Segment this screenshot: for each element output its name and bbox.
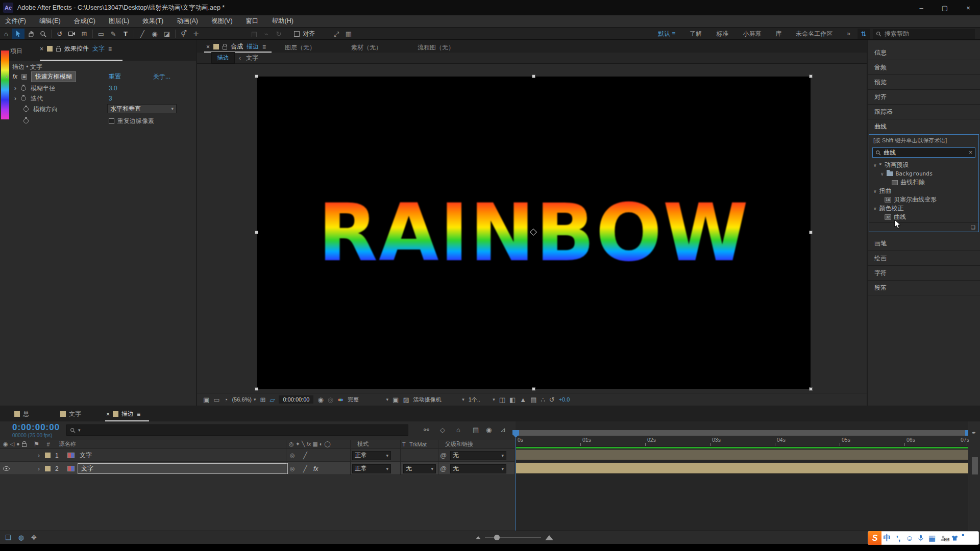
workspace-learn[interactable]: 了解 xyxy=(682,30,709,38)
prop-expander-icon[interactable]: › xyxy=(14,95,16,102)
zoom-out-mountain-icon[interactable] xyxy=(476,536,481,539)
panel-menu-icon[interactable]: ≡ xyxy=(108,45,112,53)
snap-grid-icon[interactable]: ▦ xyxy=(342,29,355,39)
composition-canvas[interactable]: RAINBOW xyxy=(257,77,811,389)
workspace-unnamed[interactable]: 未命名工作区 xyxy=(789,30,840,38)
quality-slash-switch[interactable]: ╱ xyxy=(303,462,307,475)
panel-paragraph[interactable]: 段落 xyxy=(868,281,980,295)
shy-layers-icon[interactable]: ⌂ xyxy=(456,427,460,433)
brush-tool[interactable]: ╱ xyxy=(136,29,149,39)
selection-handle[interactable] xyxy=(809,74,813,78)
minimize-button[interactable]: – xyxy=(910,0,933,15)
blend-mode-dropdown[interactable]: 正常▾ xyxy=(352,451,391,460)
tree-folder-backgrounds[interactable]: ∨ Backgrounds xyxy=(869,169,978,178)
camera-dropdown[interactable]: 活动摄像机▾ xyxy=(413,396,464,404)
prop-expander-icon[interactable]: › xyxy=(14,85,16,92)
shape-tool[interactable]: ▭ xyxy=(95,29,107,39)
frame-blending-icon[interactable]: ▤ xyxy=(473,427,479,433)
mask-visibility-icon[interactable]: ◔ xyxy=(224,396,228,403)
exposure-value[interactable]: +0.0 xyxy=(559,396,570,403)
stopwatch-icon[interactable] xyxy=(23,107,29,112)
roto-brush-tool[interactable]: ⚥ xyxy=(178,29,190,39)
views-dropdown[interactable]: 1个..▾ xyxy=(469,396,495,404)
zoom-in-mountain-icon[interactable] xyxy=(545,535,553,540)
channels-icon[interactable]: ●●● xyxy=(337,396,344,403)
quality-switch[interactable]: ◎ xyxy=(290,449,295,462)
tree-category-distort[interactable]: ∨ 扭曲 xyxy=(869,187,978,195)
selection-handle[interactable] xyxy=(809,387,813,391)
tree-effect-bezier-warp[interactable]: 16 贝塞尔曲线变形 xyxy=(869,195,978,204)
sogou-mic-icon[interactable] xyxy=(915,535,926,542)
share-view-icon[interactable]: ◫ xyxy=(499,396,505,403)
tab-close-icon[interactable]: × xyxy=(40,45,43,53)
sogou-keyboard-icon[interactable]: ▦ xyxy=(926,534,938,543)
effect-collapse-icon[interactable]: ∨ xyxy=(5,74,9,79)
panel-info[interactable]: 信息 xyxy=(868,45,980,60)
lock-icon[interactable] xyxy=(223,46,227,49)
viewer-timecode[interactable]: 0:00:00:00 xyxy=(279,395,313,404)
layer-area-empty[interactable] xyxy=(0,475,514,531)
hand-tool[interactable] xyxy=(24,29,37,39)
orbit-camera-tool[interactable]: ↺ xyxy=(54,29,66,39)
work-area-bar[interactable] xyxy=(516,430,968,436)
nav-comp-stroke[interactable]: 描边 xyxy=(211,52,235,64)
search-help-box[interactable]: 搜索帮助 xyxy=(873,29,975,39)
frame-blend-toggle-icon[interactable]: ❏ xyxy=(5,534,11,541)
blur-radius-value[interactable]: 3.0 xyxy=(109,85,117,92)
tab-flowchart[interactable]: 流程图（无） xyxy=(418,43,454,52)
pan-behind-tool[interactable]: ⊞ xyxy=(78,29,90,39)
tree-preset-curve-sweep[interactable]: 曲线扫除 xyxy=(869,178,978,187)
menu-file[interactable]: 文件(F) xyxy=(5,17,26,26)
selection-handle[interactable] xyxy=(532,387,535,391)
maximize-button[interactable]: ▢ xyxy=(933,0,957,15)
effect-about-link[interactable]: 关于... xyxy=(153,72,170,81)
panel-brushes[interactable]: 画笔 xyxy=(868,236,980,251)
sogou-account-icon[interactable]: 21 xyxy=(938,535,949,541)
tab-close-icon[interactable]: × xyxy=(106,411,110,418)
timeline-search-box[interactable]: ▾ xyxy=(66,424,408,436)
choose-grid-icon[interactable]: ⊞ xyxy=(260,396,266,403)
transparency-grid-icon[interactable]: ▨ xyxy=(403,396,409,403)
vertical-scrollbar-thumb[interactable] xyxy=(972,457,978,474)
close-button[interactable]: × xyxy=(957,0,980,15)
menu-view[interactable]: 视图(V) xyxy=(211,17,233,26)
selection-tool[interactable] xyxy=(12,29,24,39)
panel-tracker[interactable]: 跟踪器 xyxy=(868,105,980,119)
panel-character[interactable]: 字符 xyxy=(868,266,980,281)
collapse-icon[interactable]: ∨ xyxy=(873,206,877,211)
parent-dropdown[interactable]: 无▾ xyxy=(450,451,506,460)
parent-link-column[interactable]: 父级和链接 xyxy=(445,440,473,448)
workspace-adjust-icon[interactable]: ⇅ xyxy=(857,29,870,39)
pen-tool[interactable]: ✎ xyxy=(107,29,119,39)
workspace-standard[interactable]: 标准 xyxy=(709,30,736,38)
graph-editor-icon[interactable]: ⊿ xyxy=(500,427,506,433)
effect-name-box[interactable]: 快速方框模糊 xyxy=(31,71,76,82)
guides-icon[interactable]: ▱ xyxy=(270,396,275,403)
trkmat-dropdown[interactable]: 无▾ xyxy=(403,464,436,473)
trkmat-column[interactable]: TrkMat xyxy=(409,441,427,447)
roi-icon[interactable]: ▣ xyxy=(393,396,399,403)
menu-effect[interactable]: 效果(T) xyxy=(142,17,163,26)
timeline-button-icon[interactable]: ▤ xyxy=(530,396,536,403)
workspace-small-screen[interactable]: 小屏幕 xyxy=(736,30,768,38)
zoom-tool[interactable] xyxy=(37,29,49,39)
layer-bar-2-selected[interactable] xyxy=(516,463,968,473)
parent-dropdown[interactable]: 无▾ xyxy=(450,464,506,473)
nav-comp-text[interactable]: 文字 xyxy=(246,54,258,62)
zoom-dropdown[interactable]: (56.6%)▾ xyxy=(232,396,256,403)
tab-project[interactable]: 项目 xyxy=(10,47,22,56)
workspace-overflow-button[interactable]: » xyxy=(840,30,857,37)
current-time-display[interactable]: 0:00:00:00 xyxy=(12,422,60,433)
show-snapshot-icon[interactable]: ◎ xyxy=(328,396,333,403)
zoom-slider-track[interactable] xyxy=(485,537,541,538)
fast-previews-icon[interactable]: ▲ xyxy=(520,396,526,403)
comp-marker-icon[interactable]: ✒ xyxy=(972,431,976,436)
parent-pickwhip-icon[interactable]: @ xyxy=(440,449,447,462)
monitor-icon[interactable]: ▭ xyxy=(213,396,219,403)
stopwatch-icon[interactable] xyxy=(21,96,26,101)
sogou-lang-toggle[interactable]: 中 xyxy=(881,533,893,543)
snapshot-icon[interactable]: ◉ xyxy=(317,396,323,403)
layer-label-swatch[interactable] xyxy=(45,466,51,471)
sogou-logo[interactable]: S xyxy=(868,531,881,545)
presets-search-box[interactable]: 曲线 × xyxy=(872,147,975,158)
